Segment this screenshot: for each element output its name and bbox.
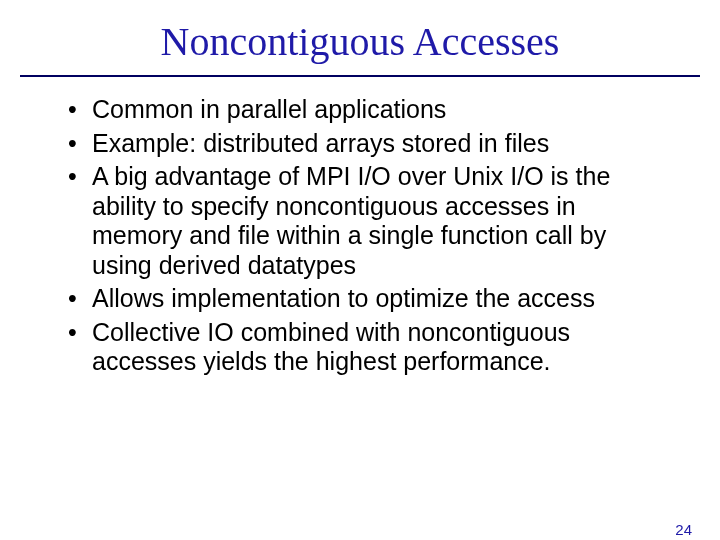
slide-title: Noncontiguous Accesses — [0, 18, 720, 65]
page-number: 24 — [675, 521, 692, 538]
slide-body: Common in parallel applications Example:… — [0, 95, 720, 377]
title-underline — [20, 75, 700, 77]
bullet-list: Common in parallel applications Example:… — [64, 95, 672, 377]
bullet-item: Example: distributed arrays stored in fi… — [64, 129, 672, 159]
bullet-item: A big advantage of MPI I/O over Unix I/O… — [64, 162, 672, 280]
bullet-item: Allows implementation to optimize the ac… — [64, 284, 672, 314]
slide: Noncontiguous Accesses Common in paralle… — [0, 18, 720, 540]
bullet-item: Common in parallel applications — [64, 95, 672, 125]
bullet-item: Collective IO combined with noncontiguou… — [64, 318, 672, 377]
